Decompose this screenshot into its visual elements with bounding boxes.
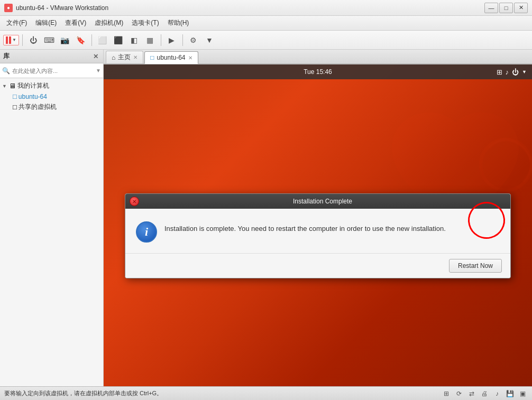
- info-icon: i: [136, 221, 157, 243]
- tab-ubuntu64[interactable]: □ ubuntu-64 ✕: [144, 51, 198, 64]
- pause-dropdown-arrow[interactable]: ▼: [12, 38, 16, 42]
- tree-arrow-expand: ▼: [2, 83, 7, 89]
- computer-icon: 🖥: [9, 82, 16, 90]
- status-icon-5[interactable]: ♪: [492, 389, 502, 398]
- view3-button[interactable]: ▦: [143, 33, 158, 47]
- tree-label-my-computer: 我的计算机: [17, 81, 49, 90]
- main-area: 库 ✕ 🔍 ▼ ▼ 🖥 我的计算机 □ ubuntu-64 □ 共享的虚拟机: [0, 50, 532, 386]
- tab-ubuntu64-label: ubuntu-64: [157, 54, 186, 61]
- status-icon-3[interactable]: ⇄: [466, 389, 477, 398]
- installation-complete-dialog: ✕ Installation Complete i Installation i…: [125, 193, 511, 278]
- tab-home-close[interactable]: ✕: [133, 54, 137, 60]
- sidebar-header: 库 ✕: [0, 50, 103, 63]
- console-button[interactable]: ▶: [164, 33, 179, 47]
- search-input[interactable]: [12, 68, 94, 74]
- sidebar-close-button[interactable]: ✕: [91, 52, 100, 61]
- vm-tab-icon: □: [150, 54, 154, 61]
- search-icon: 🔍: [2, 67, 10, 75]
- fit-button[interactable]: ⬛: [111, 33, 126, 47]
- toolbar-separator-2: [91, 34, 92, 46]
- vm-content-area: ⌂ 主页 ✕ □ ubuntu-64 ✕ Tue 15:46 ⊞ ♪ ⏻ ▼: [104, 50, 532, 386]
- toolbar: ▼ ⏻ ⌨ 📷 🔖 ⬜ ⬛ ◧ ▦ ▶ ⚙ ▼: [0, 31, 532, 50]
- home-icon: ⌂: [112, 54, 115, 61]
- tree-label-shared-vm: 共享的虚拟机: [19, 103, 57, 111]
- tab-home[interactable]: ⌂ 主页 ✕: [106, 51, 143, 63]
- sidebar-item-shared-vm[interactable]: □ 共享的虚拟机: [11, 101, 103, 113]
- search-dropdown-arrow[interactable]: ▼: [96, 68, 101, 73]
- close-button[interactable]: ✕: [514, 3, 528, 13]
- dialog-body: i Installation is complete. You need to …: [125, 209, 510, 253]
- tab-ubuntu64-close[interactable]: ✕: [188, 55, 192, 61]
- dialog-message: Installation is complete. You need to re…: [164, 219, 500, 234]
- menu-file[interactable]: 文件(F): [2, 17, 31, 29]
- menu-vm[interactable]: 虚拟机(M): [90, 17, 127, 29]
- sidebar-search-bar: 🔍 ▼: [0, 63, 103, 78]
- pause-icon: [6, 36, 11, 44]
- status-icon-4[interactable]: 🖨: [479, 389, 490, 398]
- tab-home-label: 主页: [118, 53, 131, 62]
- vm-icon: □: [13, 92, 17, 100]
- unity-button[interactable]: ◧: [127, 33, 142, 47]
- dropdown-button[interactable]: ▼: [202, 33, 217, 47]
- menu-view[interactable]: 查看(V): [61, 17, 90, 29]
- shared-vm-icon: □: [13, 103, 17, 111]
- dialog-titlebar: ✕ Installation Complete: [125, 194, 510, 209]
- maximize-button[interactable]: □: [499, 3, 513, 13]
- menu-tabs[interactable]: 选项卡(T): [127, 17, 163, 29]
- sidebar-item-ubuntu64[interactable]: □ ubuntu-64: [11, 91, 103, 101]
- status-icon-6[interactable]: 💾: [505, 389, 515, 398]
- dialog-close-button[interactable]: ✕: [130, 197, 139, 206]
- dialog-close-icon: ✕: [132, 199, 136, 204]
- dialog-footer: Restart Now: [125, 253, 510, 278]
- status-icon-1[interactable]: ⊞: [441, 389, 452, 398]
- power-button[interactable]: ⏻: [26, 33, 41, 47]
- menu-help[interactable]: 帮助(H): [163, 17, 194, 29]
- toolbar-separator-4: [182, 34, 183, 46]
- statusbar-text: 要将输入定向到该虚拟机，请在虚拟机内部单击或按 Ctrl+G。: [4, 389, 437, 397]
- tab-bar: ⌂ 主页 ✕ □ ubuntu-64 ✕: [104, 50, 532, 64]
- dialog-overlay: ✕ Installation Complete i Installation i…: [104, 64, 532, 386]
- sidebar-title: 库: [3, 52, 10, 61]
- status-icon-7[interactable]: ▣: [517, 389, 528, 398]
- app-icon: ●: [4, 4, 13, 12]
- statusbar-icons: ⊞ ⟳ ⇄ 🖨 ♪ 💾 ▣: [441, 389, 528, 398]
- window-title: ubuntu-64 - VMware Workstation: [16, 4, 481, 12]
- menubar: 文件(F) 编辑(E) 查看(V) 虚拟机(M) 选项卡(T) 帮助(H): [0, 16, 532, 31]
- settings-button[interactable]: ⚙: [186, 33, 201, 47]
- window-controls: — □ ✕: [484, 3, 528, 13]
- snapshot2-button[interactable]: 🔖: [74, 33, 88, 47]
- send-key-button[interactable]: ⌨: [42, 33, 57, 47]
- tree-item-my-computer[interactable]: ▼ 🖥 我的计算机: [0, 80, 103, 91]
- statusbar: 要将输入定向到该虚拟机，请在虚拟机内部单击或按 Ctrl+G。 ⊞ ⟳ ⇄ 🖨 …: [0, 386, 532, 400]
- dialog-title: Installation Complete: [139, 198, 506, 205]
- menu-edit[interactable]: 编辑(E): [31, 17, 61, 29]
- titlebar: ● ubuntu-64 - VMware Workstation — □ ✕: [0, 0, 532, 16]
- sidebar-tree: ▼ 🖥 我的计算机 □ ubuntu-64 □ 共享的虚拟机: [0, 78, 103, 386]
- restart-now-button[interactable]: Restart Now: [449, 259, 502, 273]
- full-window-button[interactable]: ⬜: [95, 33, 110, 47]
- toolbar-separator-3: [161, 34, 161, 46]
- ubuntu-desktop[interactable]: Tue 15:46 ⊞ ♪ ⏻ ▼: [104, 64, 532, 386]
- minimize-button[interactable]: —: [484, 3, 498, 13]
- sidebar: 库 ✕ 🔍 ▼ ▼ 🖥 我的计算机 □ ubuntu-64 □ 共享的虚拟机: [0, 50, 104, 386]
- tree-children: □ ubuntu-64 □ 共享的虚拟机: [0, 91, 103, 113]
- tree-label-ubuntu64: ubuntu-64: [19, 93, 47, 100]
- status-icon-2[interactable]: ⟳: [454, 389, 464, 398]
- pause-button[interactable]: ▼: [3, 35, 19, 45]
- toolbar-separator-1: [22, 34, 23, 46]
- snapshot-button[interactable]: 📷: [58, 33, 72, 47]
